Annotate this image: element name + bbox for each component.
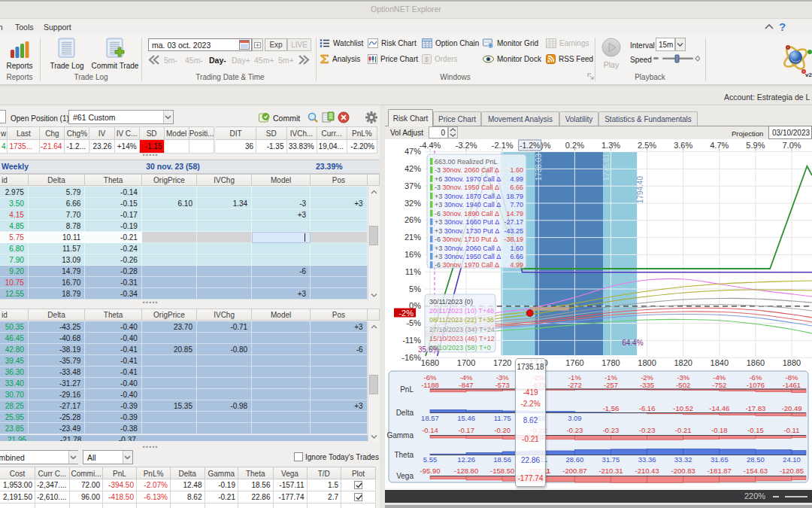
svg-text:$: $ <box>425 56 429 63</box>
svg-text:4.99: 4.99 <box>510 175 523 183</box>
svg-text:-0.18: -0.18 <box>711 426 728 434</box>
svg-text:3.09: 3.09 <box>568 414 582 422</box>
svg-text:-0.15: -0.15 <box>747 426 764 434</box>
svg-text:26%: 26% <box>404 215 421 224</box>
svg-text:-200.83: -200.83 <box>671 467 695 475</box>
svg-text:-181.87: -181.87 <box>707 467 732 475</box>
svg-text:-158.50: -158.50 <box>490 467 514 475</box>
svg-text:7.70: 7.70 <box>510 201 523 208</box>
svg-text:-0.14: -0.14 <box>422 426 438 434</box>
svg-text:-16%: -16% <box>401 353 421 362</box>
svg-text:-6 30nov. 1970 Call Δ: -6 30nov. 1970 Call Δ <box>435 261 499 269</box>
svg-text:5.9%: 5.9% <box>746 141 765 150</box>
svg-text:-120.85: -120.85 <box>780 467 804 475</box>
svg-text:+3 30nov. 2060 Call Δ: +3 30nov. 2060 Call Δ <box>435 245 501 252</box>
svg-text:-0.17: -0.17 <box>458 426 474 434</box>
svg-text:-335: -335 <box>640 381 654 389</box>
svg-text:0.2%: 0.2% <box>565 141 584 150</box>
svg-text:1.60: 1.60 <box>510 166 523 174</box>
svg-text:1780: 1780 <box>601 358 620 367</box>
svg-text:-0.23: -0.23 <box>639 426 656 434</box>
svg-text:64.4%: 64.4% <box>622 339 643 347</box>
svg-text:4.7%: 4.7% <box>710 141 729 150</box>
svg-text:1680: 1680 <box>421 358 439 367</box>
svg-text:v2.: v2. <box>805 71 812 78</box>
svg-text:6.66: 6.66 <box>510 253 523 260</box>
svg-text:+3 30nov. 1940 Call Δ: +3 30nov. 1940 Call Δ <box>435 201 501 208</box>
svg-text:-6 30nov. 1890 Call Δ: -6 30nov. 1890 Call Δ <box>435 210 499 217</box>
svg-text:1800: 1800 <box>638 358 656 367</box>
svg-text:-17.83: -17.83 <box>745 404 765 412</box>
svg-text:-3 30nov. 1950 Call Δ: -3 30nov. 1950 Call Δ <box>435 184 499 191</box>
svg-text:32%: 32% <box>404 199 421 208</box>
svg-text:-4.4%: -4.4% <box>420 141 441 150</box>
svg-text:-43.25: -43.25 <box>504 227 523 235</box>
svg-text:-10.52: -10.52 <box>673 404 693 412</box>
svg-text:1860: 1860 <box>747 358 765 367</box>
svg-text:1775.61: 1775.61 <box>602 154 611 181</box>
svg-text:1700: 1700 <box>457 358 475 367</box>
svg-text:-0.11: -0.11 <box>784 426 800 434</box>
svg-text:31.65: 31.65 <box>710 455 729 464</box>
svg-text:18.56: 18.56 <box>493 455 511 464</box>
svg-text:+3 30nov. 1950 Call Δ: +3 30nov. 1950 Call Δ <box>435 253 501 260</box>
svg-text:-2.1%: -2.1% <box>492 141 514 150</box>
svg-text:-0.23: -0.23 <box>567 426 583 434</box>
svg-text:-210.43: -210.43 <box>635 467 659 475</box>
svg-text:33.32: 33.32 <box>674 455 692 464</box>
svg-text:7.0%: 7.0% <box>782 141 801 150</box>
svg-text:1760: 1760 <box>565 358 583 367</box>
svg-text:-1461: -1461 <box>783 381 801 389</box>
svg-text:-6.16: -6.16 <box>639 404 656 412</box>
svg-text:15.46: 15.46 <box>457 414 475 422</box>
svg-text:1738.03: 1738.03 <box>535 154 543 181</box>
svg-text:-573: -573 <box>495 381 510 389</box>
svg-text:-14.46: -14.46 <box>709 404 729 412</box>
svg-text:3.6%: 3.6% <box>674 141 692 150</box>
svg-text:31.75: 31.75 <box>602 455 620 464</box>
svg-text:42%: 42% <box>404 164 421 173</box>
svg-text:-1188: -1188 <box>421 381 439 389</box>
svg-text:1720: 1720 <box>493 358 511 367</box>
svg-text:15/10/2023 (46) T+12: 15/10/2023 (46) T+12 <box>429 335 495 342</box>
svg-text:-95.90: -95.90 <box>420 467 441 475</box>
svg-text:Theta: Theta <box>394 451 414 459</box>
svg-text:-272: -272 <box>568 381 582 389</box>
svg-text:11.75: 11.75 <box>494 414 511 422</box>
svg-text:-752: -752 <box>712 381 726 389</box>
svg-text:-20.49: -20.49 <box>782 404 802 412</box>
svg-text:-1.56: -1.56 <box>603 404 620 412</box>
svg-text:4.99: 4.99 <box>510 261 523 269</box>
svg-text:Delta: Delta <box>396 409 414 417</box>
svg-text:5%: 5% <box>409 284 421 294</box>
svg-text:18.57: 18.57 <box>421 414 439 422</box>
svg-text:+6 30nov. 1970 Call Δ: +6 30nov. 1970 Call Δ <box>435 175 501 183</box>
svg-text:-6 30nov. 1710 Put Δ: -6 30nov. 1710 Put Δ <box>435 236 498 243</box>
svg-text:)%: )% <box>541 141 551 150</box>
svg-text:20/11/2023 (10) T+48: 20/11/2023 (10) T+48 <box>429 307 494 315</box>
svg-text:47%: 47% <box>404 147 421 156</box>
svg-text:-154.63: -154.63 <box>744 467 768 475</box>
svg-text:-2%: -2% <box>398 309 414 318</box>
svg-text:12.26: 12.26 <box>457 455 475 464</box>
svg-text:-128.80: -128.80 <box>454 467 478 475</box>
svg-text:-3 30nov. 2060 Call Δ: -3 30nov. 2060 Call Δ <box>435 166 499 174</box>
svg-text:-847: -847 <box>459 381 474 389</box>
svg-text:14.79: 14.79 <box>506 210 523 217</box>
svg-text:11%: 11% <box>405 267 421 276</box>
svg-text:-502: -502 <box>676 381 690 389</box>
svg-text:-0.20: -0.20 <box>494 426 511 434</box>
svg-text:-11%: -11% <box>402 336 421 345</box>
svg-text:-1076: -1076 <box>747 381 765 389</box>
svg-text:24.10: 24.10 <box>783 455 801 464</box>
svg-text:37%: 37% <box>404 181 421 190</box>
svg-text:+3 30nov. 1730 Put Δ: +3 30nov. 1730 Put Δ <box>435 227 499 235</box>
svg-text:33.36: 33.36 <box>638 455 656 464</box>
svg-text:1820: 1820 <box>674 358 692 367</box>
svg-text:28.50: 28.50 <box>747 455 765 464</box>
svg-text:35.6%: 35.6% <box>418 345 439 354</box>
svg-text:Vega: Vega <box>396 472 414 480</box>
svg-text:27/10/2023 (34) T+24: 27/10/2023 (34) T+24 <box>429 326 495 333</box>
svg-text:-27.17: -27.17 <box>504 218 523 226</box>
svg-text:18.79: 18.79 <box>506 193 523 200</box>
